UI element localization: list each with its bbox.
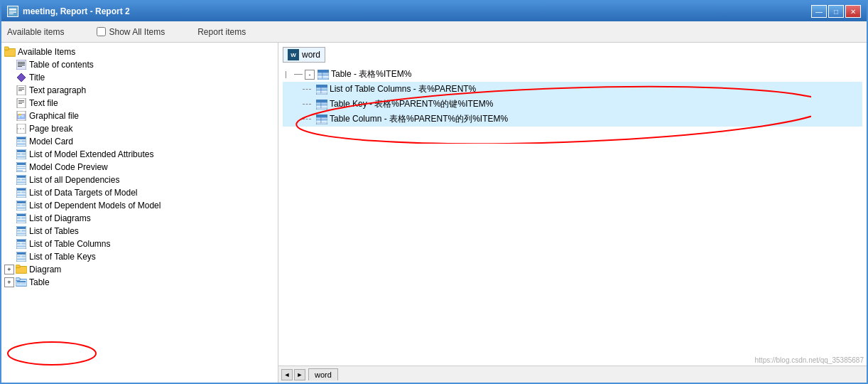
svg-rect-92 <box>316 85 327 87</box>
sidebar-item-list-table-keys[interactable]: List of Table Keys <box>1 250 278 263</box>
diagram-label: Diagram <box>29 265 61 274</box>
svg-rect-89 <box>318 75 322 78</box>
svg-rect-66 <box>17 233 26 235</box>
svg-rect-3 <box>9 12 16 13</box>
svg-rect-43 <box>17 176 26 178</box>
svg-rect-83 <box>21 283 26 284</box>
svg-rect-51 <box>17 194 26 196</box>
sidebar-item-list-all-deps[interactable]: List of all Dependencies <box>1 174 278 186</box>
svg-rect-6 <box>4 47 9 50</box>
right-table-column-icon <box>316 114 327 125</box>
svg-rect-45 <box>21 178 26 181</box>
titlebar-left: meeting, Report - Report 2 <box>7 6 130 17</box>
svg-rect-102 <box>321 105 327 108</box>
svg-rect-9 <box>18 63 25 64</box>
right-table-key-label: Table Key - 表格%PARENT%的键%ITEM% <box>330 98 494 110</box>
text-paragraph-label: Text paragraph <box>29 85 86 95</box>
minimize-button[interactable]: — <box>811 5 827 18</box>
maximize-button[interactable]: □ <box>828 5 844 18</box>
close-button[interactable]: ✕ <box>845 5 861 18</box>
right-table-key[interactable]: Table Key - 表格%PARENT%的键%ITEM% <box>283 97 862 112</box>
right-list-table-cols-label: List of Table Columns - 表%PARENT% <box>330 83 476 95</box>
svg-rect-86 <box>318 70 329 73</box>
svg-rect-38 <box>17 163 26 165</box>
graphical-file-label: Graphical file <box>29 111 79 121</box>
svg-rect-88 <box>322 73 329 75</box>
svg-rect-87 <box>318 73 322 75</box>
data-targets-icon <box>16 187 27 198</box>
svg-rect-90 <box>322 75 329 78</box>
sidebar-item-model-card[interactable]: Model Card <box>1 135 278 148</box>
list-diagrams-label: List of Diagrams <box>29 213 91 223</box>
svg-rect-54 <box>17 204 21 206</box>
svg-rect-44 <box>17 178 21 181</box>
report-items-label: Report items <box>197 27 246 37</box>
show-all-checkbox[interactable] <box>97 27 106 36</box>
sidebar-item-page-break[interactable]: Page break <box>1 122 278 135</box>
left-panel: Available Items Table of contents <box>1 43 278 383</box>
graphical-file-icon <box>16 110 27 122</box>
svg-rect-65 <box>21 230 26 232</box>
svg-rect-55 <box>21 204 26 206</box>
model-ext-icon <box>16 149 27 160</box>
model-code-icon <box>16 161 27 173</box>
svg-marker-12 <box>17 73 26 82</box>
scroll-left-button[interactable]: ◄ <box>281 369 293 380</box>
svg-rect-50 <box>21 191 26 193</box>
right-tree: - Table - 表格%ITEM% <box>283 67 862 127</box>
app-icon <box>7 6 18 17</box>
right-list-table-cols[interactable]: List of Table Columns - 表%PARENT% <box>283 82 862 97</box>
list-tables-label: List of Tables <box>29 226 79 236</box>
right-table-icon <box>318 69 329 80</box>
sidebar-item-list-table-columns[interactable]: List of Table Columns <box>1 238 278 250</box>
available-items-folder-icon <box>4 46 16 58</box>
sidebar-item-list-data-targets[interactable]: List of Data Targets of Model <box>1 186 278 199</box>
svg-rect-56 <box>17 207 26 209</box>
sidebar-item-list-model-ext[interactable]: List of Model Extended Attributes <box>1 148 278 161</box>
sidebar-item-list-tables[interactable]: List of Tables <box>1 225 278 238</box>
sidebar-item-model-code-preview[interactable]: Model Code Preview <box>1 161 278 174</box>
svg-rect-16 <box>18 90 22 91</box>
all-deps-icon <box>16 174 27 186</box>
svg-rect-98 <box>316 100 327 102</box>
right-table-item[interactable]: - Table - 表格%ITEM% <box>283 67 862 82</box>
sidebar-item-list-diagrams[interactable]: List of Diagrams <box>1 212 278 225</box>
svg-rect-36 <box>17 156 26 158</box>
right-table-column[interactable]: Table Column - 表格%PARENT%的列%ITEM% <box>283 112 862 127</box>
diagram-expand-button[interactable]: + <box>4 265 14 274</box>
show-all-section: Show All Items <box>97 27 165 37</box>
svg-rect-14 <box>18 87 24 88</box>
window-controls: — □ ✕ <box>811 5 861 18</box>
diagram-folder-icon <box>16 264 27 275</box>
svg-rect-46 <box>17 181 26 183</box>
sidebar-item-list-dependent-models[interactable]: List of Dependent Models of Model <box>1 199 278 212</box>
sidebar-item-table[interactable]: + Table <box>1 276 278 289</box>
tree-root-item[interactable]: Available Items <box>1 46 278 58</box>
sidebar-item-title[interactable]: Title <box>1 71 278 84</box>
list-diagrams-icon <box>16 213 27 224</box>
sidebar-item-table-of-contents[interactable]: Table of contents <box>1 58 278 71</box>
scroll-right-button[interactable]: ► <box>294 369 305 380</box>
svg-rect-15 <box>18 89 24 90</box>
svg-rect-60 <box>21 217 26 219</box>
table-expand-button[interactable]: + <box>4 277 14 287</box>
word-tab[interactable]: W word <box>283 47 325 63</box>
svg-rect-95 <box>316 90 321 93</box>
list-data-targets-label: List of Data Targets of Model <box>29 188 138 198</box>
list-table-cols-icon <box>16 238 27 250</box>
page-break-icon <box>16 123 27 134</box>
svg-rect-68 <box>17 240 26 242</box>
sidebar-item-text-file[interactable]: Text file <box>1 97 278 110</box>
watermark: https://blog.csdn.net/qq_35385687 <box>755 356 864 364</box>
right-table-label: Table - 表格%ITEM% <box>331 68 411 80</box>
word-statusbar-tab[interactable]: word <box>308 368 338 380</box>
sidebar-item-graphical-file[interactable]: Graphical file <box>1 110 278 122</box>
sidebar-item-diagram[interactable]: + Diagram <box>1 263 278 276</box>
svg-rect-93 <box>316 87 321 90</box>
sidebar-item-text-paragraph[interactable]: Text paragraph <box>1 84 278 97</box>
svg-rect-108 <box>321 120 327 123</box>
right-table-expand[interactable]: - <box>305 70 315 80</box>
svg-rect-35 <box>21 153 26 155</box>
svg-rect-80 <box>16 278 20 281</box>
svg-rect-61 <box>17 220 26 222</box>
